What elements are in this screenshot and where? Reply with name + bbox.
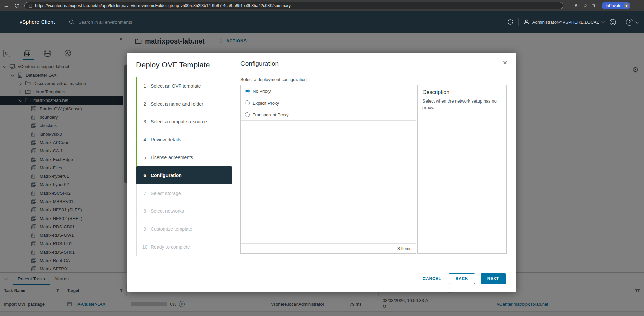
wizard-steps-nav: Deploy OVF Template 1Select an OVF templ… bbox=[127, 53, 232, 292]
config-instruction: Select a deployment configuration bbox=[240, 77, 507, 82]
description-body: Select when the network setup has no pro… bbox=[422, 98, 501, 111]
wizard-step-3[interactable]: 3Select a compute resource bbox=[136, 113, 232, 131]
refresh-icon[interactable] bbox=[507, 19, 514, 25]
step-number: 9 bbox=[142, 226, 148, 232]
divider bbox=[621, 18, 621, 26]
config-option-row[interactable]: Transparent Proxy bbox=[241, 109, 416, 121]
search-placeholder: Search in all environments bbox=[78, 20, 132, 25]
radio-button[interactable] bbox=[245, 89, 250, 93]
next-button[interactable]: NEXT bbox=[481, 273, 506, 284]
close-icon[interactable]: × bbox=[503, 59, 507, 67]
divider bbox=[502, 18, 502, 26]
vsphere-header: vSphere Client Search in all environment… bbox=[0, 11, 644, 33]
browser-profile-icon: ● bbox=[624, 3, 629, 8]
config-option-label: Explicit Proxy bbox=[253, 100, 279, 106]
cancel-button[interactable]: CANCEL bbox=[421, 276, 443, 281]
step-number: 6 bbox=[142, 173, 148, 178]
step-number: 7 bbox=[142, 191, 148, 196]
config-option-label: Transparent Proxy bbox=[253, 112, 288, 117]
step-number: 10 bbox=[142, 244, 148, 250]
radio-button[interactable] bbox=[245, 100, 250, 105]
url-text[interactable]: https://vcenter.matrixpost-lab.net/ui/ap… bbox=[35, 3, 291, 8]
wizard-steps: 1Select an OVF template2Select a name an… bbox=[136, 77, 232, 256]
deploy-ovf-modal: Deploy OVF Template 1Select an OVF templ… bbox=[127, 53, 516, 292]
step-number: 1 bbox=[142, 83, 148, 89]
wizard-step-7[interactable]: 7Select storage bbox=[136, 184, 232, 202]
step-number: 4 bbox=[142, 137, 148, 142]
step-label: Select a compute resource bbox=[151, 119, 207, 124]
inprivate-badge[interactable]: InPrivate ● bbox=[602, 2, 630, 9]
back-button[interactable]: BACK bbox=[449, 273, 475, 284]
step-number: 3 bbox=[142, 119, 148, 124]
description-title: Description bbox=[422, 89, 501, 95]
step-label: Select networks bbox=[151, 208, 184, 214]
menu-icon[interactable] bbox=[7, 20, 14, 24]
address-bar[interactable]: https://vcenter.matrixpost-lab.net/ui/ap… bbox=[24, 2, 563, 9]
wizard-title: Deploy OVF Template bbox=[136, 61, 232, 69]
wizard-step-4[interactable]: 4Review details bbox=[136, 131, 232, 148]
step-number: 5 bbox=[142, 155, 148, 160]
step-label: Review details bbox=[151, 137, 181, 142]
help-icon: ? bbox=[626, 19, 633, 26]
wizard-page: × Configuration Select a deployment conf… bbox=[232, 53, 516, 292]
wizard-step-1[interactable]: 1Select an OVF template bbox=[136, 77, 232, 95]
app-title: vSphere Client bbox=[20, 19, 55, 25]
step-label: Ready to complete bbox=[151, 244, 190, 250]
description-panel: Description Select when the network setu… bbox=[417, 85, 507, 254]
config-option-label: No Proxy bbox=[253, 89, 271, 94]
wizard-step-5[interactable]: 5License agreements bbox=[136, 148, 232, 166]
items-count: 3 Items bbox=[241, 243, 416, 253]
config-page-title: Configuration bbox=[240, 60, 507, 67]
global-search[interactable]: Search in all environments bbox=[69, 19, 132, 25]
deployment-options-list: No ProxyExplicit ProxyTransparent Proxy … bbox=[240, 85, 416, 254]
favorites-list-icon[interactable] bbox=[592, 3, 597, 8]
wizard-footer: CANCEL BACK NEXT bbox=[421, 273, 506, 284]
step-label: Customize template bbox=[151, 226, 192, 232]
divider bbox=[518, 18, 519, 26]
step-label: Select an OVF template bbox=[151, 83, 201, 89]
user-icon bbox=[523, 19, 530, 25]
favorite-star-icon[interactable]: ☆ bbox=[583, 3, 587, 8]
browser-reload-icon[interactable] bbox=[11, 3, 22, 8]
wizard-step-10[interactable]: 10Ready to complete bbox=[136, 238, 232, 256]
help-menu[interactable]: ? bbox=[626, 19, 639, 26]
step-label: Configuration bbox=[151, 173, 182, 178]
step-number: 2 bbox=[142, 101, 148, 107]
feedback-smiley-icon[interactable] bbox=[609, 19, 616, 26]
step-label: License agreements bbox=[151, 155, 193, 160]
step-label: Select storage bbox=[151, 191, 181, 196]
step-number: 8 bbox=[142, 208, 148, 214]
browser-toolbar: ← https://vcenter.matrixpost-lab.net/ui/… bbox=[0, 0, 644, 11]
browser-back-icon[interactable]: ← bbox=[1, 3, 11, 8]
user-menu[interactable]: Administrator@VSPHERE.LOCAL bbox=[523, 19, 604, 25]
chevron-down-icon bbox=[601, 20, 605, 23]
wizard-step-8[interactable]: 8Select networks bbox=[136, 202, 232, 220]
lock-icon bbox=[29, 3, 32, 8]
wizard-step-2[interactable]: 2Select a name and folder bbox=[136, 95, 232, 113]
inprivate-label: InPrivate bbox=[606, 3, 621, 8]
radio-button[interactable] bbox=[245, 112, 250, 117]
chevron-down-icon bbox=[635, 20, 639, 23]
wizard-step-9[interactable]: 9Customize template bbox=[136, 220, 232, 238]
read-aloud-icon[interactable]: A) bbox=[575, 4, 578, 8]
config-option-row[interactable]: Explicit Proxy bbox=[241, 97, 416, 109]
step-label: Select a name and folder bbox=[151, 101, 203, 107]
browser-menu-icon[interactable]: ⋯ bbox=[635, 3, 640, 8]
wizard-step-6[interactable]: 6Configuration bbox=[136, 166, 232, 184]
user-name: Administrator@VSPHERE.LOCAL bbox=[532, 20, 599, 25]
config-option-row[interactable]: No Proxy bbox=[241, 85, 416, 97]
search-icon bbox=[69, 19, 75, 25]
